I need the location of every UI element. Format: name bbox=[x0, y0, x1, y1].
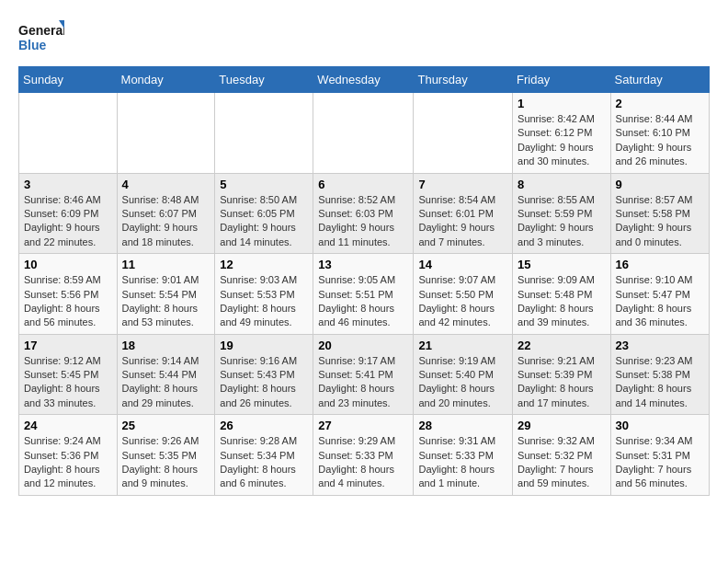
calendar-table: SundayMondayTuesdayWednesdayThursdayFrid… bbox=[18, 66, 710, 496]
calendar-cell: 5Sunrise: 8:50 AM Sunset: 6:05 PM Daylig… bbox=[215, 173, 313, 254]
calendar-cell: 1Sunrise: 8:42 AM Sunset: 6:12 PM Daylig… bbox=[513, 93, 611, 174]
day-info: Sunrise: 9:26 AM Sunset: 5:35 PM Dayligh… bbox=[122, 434, 210, 491]
calendar-cell: 7Sunrise: 8:54 AM Sunset: 6:01 PM Daylig… bbox=[414, 173, 513, 254]
weekday-header-row: SundayMondayTuesdayWednesdayThursdayFrid… bbox=[19, 67, 710, 93]
calendar-cell bbox=[414, 93, 513, 174]
day-info: Sunrise: 8:54 AM Sunset: 6:01 PM Dayligh… bbox=[418, 193, 507, 250]
day-number: 6 bbox=[318, 178, 408, 191]
weekday-header: Friday bbox=[513, 67, 611, 93]
calendar-week-row: 17Sunrise: 9:12 AM Sunset: 5:45 PM Dayli… bbox=[19, 334, 710, 415]
calendar-cell: 3Sunrise: 8:46 AM Sunset: 6:09 PM Daylig… bbox=[19, 173, 118, 254]
calendar-cell: 15Sunrise: 9:09 AM Sunset: 5:48 PM Dayli… bbox=[513, 254, 611, 335]
day-info: Sunrise: 9:16 AM Sunset: 5:43 PM Dayligh… bbox=[220, 354, 308, 411]
day-info: Sunrise: 9:32 AM Sunset: 5:32 PM Dayligh… bbox=[518, 434, 606, 491]
day-number: 30 bbox=[616, 419, 704, 432]
day-info: Sunrise: 9:05 AM Sunset: 5:51 PM Dayligh… bbox=[318, 273, 408, 330]
calendar-cell: 12Sunrise: 9:03 AM Sunset: 5:53 PM Dayli… bbox=[215, 254, 313, 335]
calendar-week-row: 1Sunrise: 8:42 AM Sunset: 6:12 PM Daylig… bbox=[19, 93, 710, 174]
day-info: Sunrise: 8:59 AM Sunset: 5:56 PM Dayligh… bbox=[24, 273, 112, 330]
day-number: 1 bbox=[518, 97, 606, 110]
calendar-cell: 9Sunrise: 8:57 AM Sunset: 5:58 PM Daylig… bbox=[610, 173, 709, 254]
svg-text:General: General bbox=[18, 23, 64, 38]
day-number: 3 bbox=[24, 178, 112, 191]
day-info: Sunrise: 8:48 AM Sunset: 6:07 PM Dayligh… bbox=[122, 193, 210, 250]
calendar-cell: 14Sunrise: 9:07 AM Sunset: 5:50 PM Dayli… bbox=[414, 254, 513, 335]
day-info: Sunrise: 9:17 AM Sunset: 5:41 PM Dayligh… bbox=[318, 354, 408, 411]
day-info: Sunrise: 8:57 AM Sunset: 5:58 PM Dayligh… bbox=[616, 193, 704, 250]
day-info: Sunrise: 9:14 AM Sunset: 5:44 PM Dayligh… bbox=[122, 354, 210, 411]
day-number: 21 bbox=[418, 339, 507, 352]
day-number: 9 bbox=[616, 178, 704, 191]
calendar-week-row: 3Sunrise: 8:46 AM Sunset: 6:09 PM Daylig… bbox=[19, 173, 710, 254]
calendar-cell: 24Sunrise: 9:24 AM Sunset: 5:36 PM Dayli… bbox=[19, 415, 118, 496]
day-info: Sunrise: 9:07 AM Sunset: 5:50 PM Dayligh… bbox=[418, 273, 507, 330]
calendar-cell: 21Sunrise: 9:19 AM Sunset: 5:40 PM Dayli… bbox=[414, 334, 513, 415]
calendar-cell: 6Sunrise: 8:52 AM Sunset: 6:03 PM Daylig… bbox=[313, 173, 414, 254]
calendar-cell: 8Sunrise: 8:55 AM Sunset: 5:59 PM Daylig… bbox=[513, 173, 611, 254]
day-info: Sunrise: 9:19 AM Sunset: 5:40 PM Dayligh… bbox=[418, 354, 507, 411]
calendar-cell bbox=[313, 93, 414, 174]
svg-text:Blue: Blue bbox=[18, 38, 47, 52]
day-info: Sunrise: 8:50 AM Sunset: 6:05 PM Dayligh… bbox=[220, 193, 308, 250]
calendar-cell bbox=[19, 93, 118, 174]
calendar-week-row: 10Sunrise: 8:59 AM Sunset: 5:56 PM Dayli… bbox=[19, 254, 710, 335]
calendar-cell bbox=[215, 93, 313, 174]
day-info: Sunrise: 9:12 AM Sunset: 5:45 PM Dayligh… bbox=[24, 354, 112, 411]
calendar-cell: 2Sunrise: 8:44 AM Sunset: 6:10 PM Daylig… bbox=[610, 93, 709, 174]
day-number: 29 bbox=[518, 419, 606, 432]
day-info: Sunrise: 8:46 AM Sunset: 6:09 PM Dayligh… bbox=[24, 193, 112, 250]
logo: General Blue bbox=[18, 18, 64, 57]
weekday-header: Monday bbox=[117, 67, 215, 93]
day-info: Sunrise: 9:09 AM Sunset: 5:48 PM Dayligh… bbox=[518, 273, 606, 330]
calendar-cell: 27Sunrise: 9:29 AM Sunset: 5:33 PM Dayli… bbox=[313, 415, 414, 496]
calendar-week-row: 24Sunrise: 9:24 AM Sunset: 5:36 PM Dayli… bbox=[19, 415, 710, 496]
day-info: Sunrise: 9:28 AM Sunset: 5:34 PM Dayligh… bbox=[220, 434, 308, 491]
day-number: 17 bbox=[24, 339, 112, 352]
day-number: 27 bbox=[318, 419, 408, 432]
calendar-cell: 19Sunrise: 9:16 AM Sunset: 5:43 PM Dayli… bbox=[215, 334, 313, 415]
calendar-cell: 11Sunrise: 9:01 AM Sunset: 5:54 PM Dayli… bbox=[117, 254, 215, 335]
day-number: 2 bbox=[616, 97, 704, 110]
weekday-header: Thursday bbox=[414, 67, 513, 93]
day-number: 4 bbox=[122, 178, 210, 191]
calendar-cell: 17Sunrise: 9:12 AM Sunset: 5:45 PM Dayli… bbox=[19, 334, 118, 415]
day-number: 16 bbox=[616, 258, 704, 271]
day-number: 10 bbox=[24, 258, 112, 271]
calendar-cell: 4Sunrise: 8:48 AM Sunset: 6:07 PM Daylig… bbox=[117, 173, 215, 254]
day-number: 19 bbox=[220, 339, 308, 352]
calendar-cell: 13Sunrise: 9:05 AM Sunset: 5:51 PM Dayli… bbox=[313, 254, 414, 335]
day-number: 14 bbox=[418, 258, 507, 271]
day-number: 15 bbox=[518, 258, 606, 271]
day-info: Sunrise: 9:21 AM Sunset: 5:39 PM Dayligh… bbox=[518, 354, 606, 411]
calendar-cell bbox=[117, 93, 215, 174]
calendar-cell: 25Sunrise: 9:26 AM Sunset: 5:35 PM Dayli… bbox=[117, 415, 215, 496]
day-info: Sunrise: 9:01 AM Sunset: 5:54 PM Dayligh… bbox=[122, 273, 210, 330]
calendar-cell: 28Sunrise: 9:31 AM Sunset: 5:33 PM Dayli… bbox=[414, 415, 513, 496]
weekday-header: Tuesday bbox=[215, 67, 313, 93]
day-number: 22 bbox=[518, 339, 606, 352]
calendar-cell: 23Sunrise: 9:23 AM Sunset: 5:38 PM Dayli… bbox=[610, 334, 709, 415]
day-info: Sunrise: 9:24 AM Sunset: 5:36 PM Dayligh… bbox=[24, 434, 112, 491]
day-info: Sunrise: 8:42 AM Sunset: 6:12 PM Dayligh… bbox=[518, 112, 606, 169]
day-number: 8 bbox=[518, 178, 606, 191]
day-number: 12 bbox=[220, 258, 308, 271]
calendar-cell: 10Sunrise: 8:59 AM Sunset: 5:56 PM Dayli… bbox=[19, 254, 118, 335]
day-info: Sunrise: 9:34 AM Sunset: 5:31 PM Dayligh… bbox=[616, 434, 704, 491]
page-header: General Blue bbox=[18, 18, 710, 57]
day-info: Sunrise: 8:44 AM Sunset: 6:10 PM Dayligh… bbox=[616, 112, 704, 169]
day-info: Sunrise: 9:10 AM Sunset: 5:47 PM Dayligh… bbox=[616, 273, 704, 330]
day-number: 23 bbox=[616, 339, 704, 352]
day-info: Sunrise: 9:23 AM Sunset: 5:38 PM Dayligh… bbox=[616, 354, 704, 411]
day-info: Sunrise: 9:31 AM Sunset: 5:33 PM Dayligh… bbox=[418, 434, 507, 491]
day-info: Sunrise: 9:03 AM Sunset: 5:53 PM Dayligh… bbox=[220, 273, 308, 330]
calendar-cell: 20Sunrise: 9:17 AM Sunset: 5:41 PM Dayli… bbox=[313, 334, 414, 415]
day-number: 18 bbox=[122, 339, 210, 352]
day-number: 26 bbox=[220, 419, 308, 432]
calendar-cell: 18Sunrise: 9:14 AM Sunset: 5:44 PM Dayli… bbox=[117, 334, 215, 415]
calendar-cell: 26Sunrise: 9:28 AM Sunset: 5:34 PM Dayli… bbox=[215, 415, 313, 496]
day-info: Sunrise: 8:55 AM Sunset: 5:59 PM Dayligh… bbox=[518, 193, 606, 250]
calendar-cell: 29Sunrise: 9:32 AM Sunset: 5:32 PM Dayli… bbox=[513, 415, 611, 496]
logo-svg: General Blue bbox=[18, 18, 64, 57]
day-number: 20 bbox=[318, 339, 408, 352]
calendar-cell: 22Sunrise: 9:21 AM Sunset: 5:39 PM Dayli… bbox=[513, 334, 611, 415]
